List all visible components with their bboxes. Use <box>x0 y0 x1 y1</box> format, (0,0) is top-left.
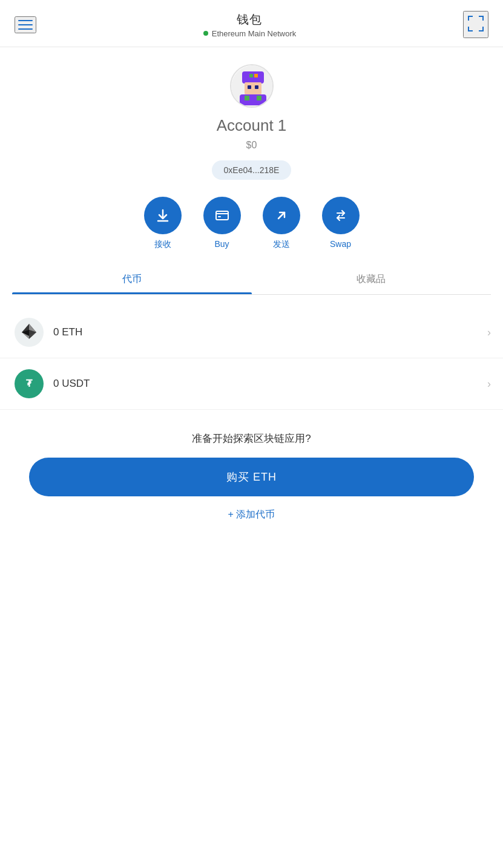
swap-button-container[interactable]: Swap <box>322 197 360 249</box>
svg-rect-13 <box>240 94 266 105</box>
header-center: 钱包 Ethereum Main Network <box>203 12 296 38</box>
usdt-token-amount: 0 USDT <box>53 378 90 390</box>
send-icon <box>274 208 289 223</box>
explore-title: 准备开始探索区块链应用? <box>29 432 474 446</box>
usdt-chevron-icon: › <box>487 378 491 390</box>
account-balance: $0 <box>246 140 257 151</box>
action-buttons: 接收 Buy 发送 <box>144 197 360 250</box>
svg-rect-16 <box>249 74 253 77</box>
wallet-title: 钱包 <box>203 12 296 28</box>
buy-label: Buy <box>214 239 229 249</box>
swap-label: Swap <box>330 239 351 249</box>
avatar <box>230 64 274 108</box>
send-button-container[interactable]: 发送 <box>263 197 300 250</box>
token-item-eth[interactable]: 0 ETH › <box>0 307 503 358</box>
network-name: Ethereum Main Network <box>212 29 296 38</box>
token-item-usdt[interactable]: ₮ 0 USDT › <box>0 358 503 410</box>
swap-button[interactable] <box>322 197 360 234</box>
svg-rect-14 <box>245 96 249 100</box>
tabs: 代币 收藏品 <box>12 265 491 295</box>
receive-button-container[interactable]: 接收 <box>144 197 182 250</box>
buy-button[interactable] <box>203 197 241 234</box>
add-token-link[interactable]: + 添加代币 <box>228 509 275 519</box>
svg-rect-7 <box>482 27 484 31</box>
svg-rect-3 <box>482 16 484 21</box>
buy-eth-button[interactable]: 购买 ETH <box>29 458 474 496</box>
eth-token-amount: 0 ETH <box>53 326 82 338</box>
svg-rect-15 <box>257 96 261 100</box>
buy-button-container[interactable]: Buy <box>203 197 241 249</box>
svg-rect-17 <box>254 74 258 77</box>
receive-button[interactable] <box>144 197 182 234</box>
menu-button[interactable] <box>15 16 36 33</box>
eth-token-icon <box>15 318 44 347</box>
network-status-dot <box>203 31 208 36</box>
explore-section: 准备开始探索区块链应用? 购买 ETH + 添加代币 <box>0 410 503 538</box>
svg-rect-5 <box>468 27 469 31</box>
download-icon <box>155 208 171 223</box>
send-button[interactable] <box>263 197 300 234</box>
eth-chevron-icon: › <box>487 326 491 339</box>
receive-label: 接收 <box>154 239 171 250</box>
address-button[interactable]: 0xEe04...218E <box>212 160 292 180</box>
svg-rect-1 <box>468 16 469 21</box>
svg-rect-18 <box>216 211 228 220</box>
swap-icon <box>333 208 349 223</box>
qr-icon <box>467 15 485 33</box>
svg-rect-19 <box>218 216 221 217</box>
qr-scan-button[interactable] <box>463 11 488 38</box>
svg-rect-11 <box>248 85 251 89</box>
card-icon <box>214 208 230 223</box>
svg-rect-10 <box>245 82 261 94</box>
usdt-token-icon: ₮ <box>15 369 44 398</box>
svg-text:₮: ₮ <box>26 378 33 389</box>
app-header: 钱包 Ethereum Main Network <box>0 0 503 47</box>
tab-tokens[interactable]: 代币 <box>12 265 252 294</box>
account-section: Account 1 $0 0xEe04...218E 接收 <box>0 47 503 307</box>
send-label: 发送 <box>273 239 290 250</box>
svg-rect-12 <box>255 85 258 89</box>
account-name: Account 1 <box>217 116 287 135</box>
tab-collectibles[interactable]: 收藏品 <box>252 265 491 294</box>
token-list: 0 ETH › ₮ 0 USDT › <box>0 307 503 410</box>
network-indicator: Ethereum Main Network <box>203 29 296 38</box>
